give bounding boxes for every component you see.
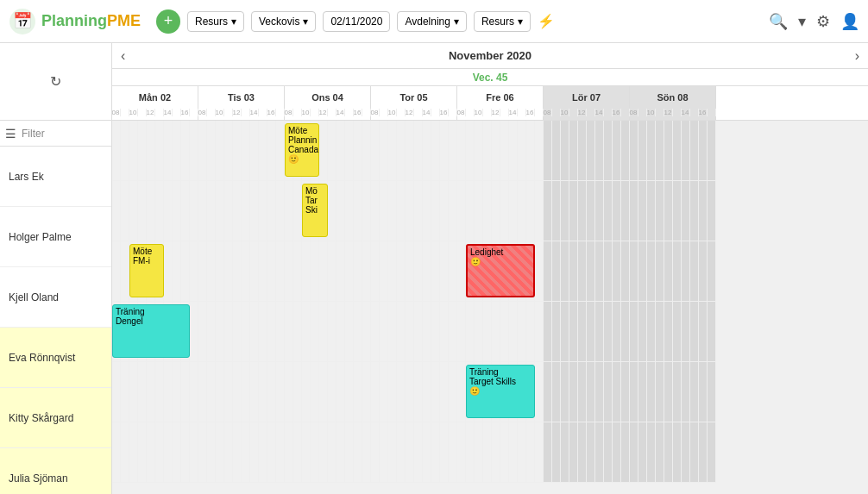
grid-cell-3-4-6	[509, 302, 518, 361]
grid-cell-5-6-7	[690, 422, 699, 482]
grid-cell-5-4-8	[526, 422, 535, 482]
grid-cell-4-2-0	[285, 362, 293, 422]
grid-cell-5-0-8	[181, 422, 190, 482]
grid-cell-3-5-7	[604, 302, 613, 361]
grid-cell-1-4-9	[535, 181, 544, 241]
grid-cell-0-1-6	[250, 121, 259, 180]
grid-cell-4-3-8	[440, 362, 449, 422]
grid-cell-5-4-7	[518, 422, 526, 482]
grid-cell-0-0-3	[138, 121, 147, 180]
grid-cell-1-1-5	[242, 181, 250, 241]
logo-icon: 📅	[9, 8, 36, 35]
dropdown-icon[interactable]: ▾	[798, 12, 806, 31]
avdelning-select[interactable]: Avdelning ▾	[397, 11, 467, 32]
search-icon[interactable]: 🔍	[769, 12, 788, 31]
grid-cell-0-2-4	[319, 121, 328, 180]
grid-cell-1-0-9	[190, 181, 198, 241]
grid-cell-3-4-7	[518, 302, 526, 361]
hour-label-2-8: 16	[354, 109, 362, 116]
grid-cell-0-3-2	[388, 121, 397, 180]
grid-cell-5-1-1	[207, 422, 216, 482]
day-header-4: Fre 060810121416	[457, 86, 544, 120]
event-e6[interactable]: Träning Target Skills 🙂	[466, 365, 535, 418]
event-e2[interactable]: Mö Tar Ski	[302, 184, 328, 237]
event-e3[interactable]: Möte FM-i	[129, 244, 164, 297]
grid-cell-3-2-3	[311, 302, 319, 361]
grid-cell-0-1-9	[276, 121, 285, 180]
resurs1-select[interactable]: Resurs ▾	[187, 11, 244, 32]
grid-cell-5-2-2	[302, 422, 311, 482]
grid-cell-1-3-5	[414, 181, 423, 241]
event-e5[interactable]: Träning Dengel	[112, 304, 190, 358]
grid-cell-4-5-0	[544, 362, 552, 422]
grid-cell-1-0-8	[181, 181, 190, 241]
grid-cell-3-1-1	[207, 302, 216, 361]
grid-cell-4-0-7	[173, 362, 181, 422]
hour-label-2-4: 12	[319, 109, 328, 116]
grid-cell-1-3-8	[440, 181, 449, 241]
grid-cell-2-0-7	[173, 241, 181, 301]
grid-cell-2-2-4	[319, 241, 328, 301]
grid-cell-0-6-6	[682, 121, 690, 180]
grid-cell-4-2-9	[362, 362, 371, 422]
veckovis-select[interactable]: Veckovis ▾	[251, 11, 316, 32]
veckovis-label: Veckovis	[259, 16, 299, 28]
grid-cell-4-6-6	[682, 362, 690, 422]
user-icon[interactable]: 👤	[840, 12, 859, 31]
topbar: 📅 PlanningPME + Resurs ▾ Veckovis ▾ 02/1…	[0, 0, 868, 43]
grid-cell-1-6-7	[690, 181, 699, 241]
resurs2-select[interactable]: Resurs ▾	[474, 11, 531, 32]
grid-cell-5-2-8	[354, 422, 362, 482]
date-label: 02/11/2020	[330, 16, 382, 28]
grid-cell-1-5-8	[613, 181, 621, 241]
grid-cell-2-2-6	[337, 241, 345, 301]
grid-cell-3-3-2	[388, 302, 397, 361]
add-button[interactable]: +	[156, 9, 180, 34]
filter-list-icon[interactable]: ☰	[5, 127, 16, 141]
avdelning-label: Avdelning	[405, 16, 450, 28]
grid-cell-5-4-6	[509, 422, 518, 482]
grid-cell-0-3-5	[414, 121, 423, 180]
hour-label-6-7	[690, 109, 699, 116]
hour-label-4-8: 16	[526, 109, 535, 116]
grid-cell-5-2-1	[293, 422, 302, 482]
grid-cell-0-0-8	[181, 121, 190, 180]
hour-label-1-1	[207, 109, 216, 116]
grid-cell-5-3-6	[423, 422, 431, 482]
grid-cell-3-1-8	[267, 302, 276, 361]
event-e4[interactable]: Ledighet 🙂	[466, 244, 535, 297]
date-select[interactable]: 02/11/2020	[323, 11, 390, 32]
hour-label-0-9	[190, 109, 198, 116]
filter-icon[interactable]: ⚡	[538, 13, 555, 29]
grid-cell-3-1-7	[259, 302, 267, 361]
grid-cell-1-5-2	[561, 181, 569, 241]
grid-cell-4-2-6	[337, 362, 345, 422]
refresh-icon[interactable]: ↻	[50, 73, 61, 90]
logo: 📅 PlanningPME	[9, 8, 141, 35]
grid-cell-1-3-2	[388, 181, 397, 241]
next-button[interactable]: ›	[855, 48, 859, 64]
grid-cell-5-4-0	[457, 422, 466, 482]
grid-cell-4-0-4	[147, 362, 155, 422]
grid-cell-4-1-8	[267, 362, 276, 422]
grid-cell-5-0-4	[147, 422, 155, 482]
hour-label-3-9	[449, 109, 457, 116]
grid-cell-5-6-5	[673, 422, 682, 482]
hour-label-0-4: 12	[147, 109, 155, 116]
grid-cell-4-6-4	[664, 362, 673, 422]
grid-cell-5-3-4	[406, 422, 414, 482]
grid-cell-1-1-8	[267, 181, 276, 241]
calendar: ‹ November 2020 › Vec. 45 Mån 0208101214…	[112, 43, 868, 494]
settings-icon[interactable]: ⚙	[816, 12, 830, 31]
grid-cell-1-6-0	[630, 181, 638, 241]
grid-cell-1-2-1	[293, 181, 302, 241]
grid-cell-3-6-5	[673, 302, 682, 361]
grid-cell-4-2-4	[319, 362, 328, 422]
prev-button[interactable]: ‹	[121, 48, 125, 64]
event-e1[interactable]: Möte Plannin Canada 🙂	[285, 123, 319, 177]
grid-cell-1-3-3	[397, 181, 406, 241]
hours-row-1: 0810121416	[198, 109, 285, 116]
resurs1-chevron-icon: ▾	[231, 16, 236, 28]
filter-label: Filter	[22, 128, 45, 140]
grid-cell-4-4-9	[535, 362, 544, 422]
